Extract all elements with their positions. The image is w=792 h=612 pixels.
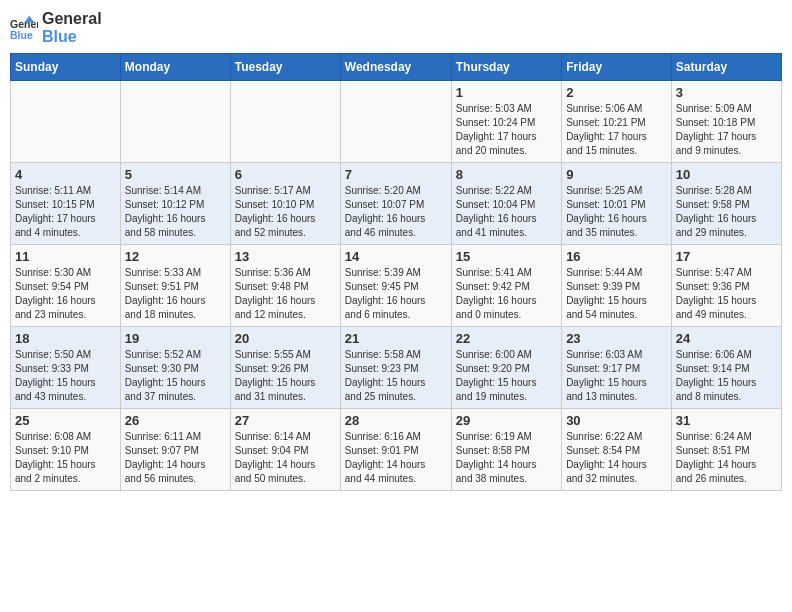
- calendar-cell: 10Sunrise: 5:28 AM Sunset: 9:58 PM Dayli…: [671, 163, 781, 245]
- header-row: SundayMondayTuesdayWednesdayThursdayFrid…: [11, 54, 782, 81]
- day-info: Sunrise: 6:14 AM Sunset: 9:04 PM Dayligh…: [235, 430, 336, 486]
- calendar-cell: 8Sunrise: 5:22 AM Sunset: 10:04 PM Dayli…: [451, 163, 561, 245]
- day-info: Sunrise: 5:28 AM Sunset: 9:58 PM Dayligh…: [676, 184, 777, 240]
- day-info: Sunrise: 5:39 AM Sunset: 9:45 PM Dayligh…: [345, 266, 447, 322]
- calendar-cell: 20Sunrise: 5:55 AM Sunset: 9:26 PM Dayli…: [230, 327, 340, 409]
- day-info: Sunrise: 6:11 AM Sunset: 9:07 PM Dayligh…: [125, 430, 226, 486]
- calendar-row: 4Sunrise: 5:11 AM Sunset: 10:15 PM Dayli…: [11, 163, 782, 245]
- day-number: 2: [566, 85, 667, 100]
- day-number: 15: [456, 249, 557, 264]
- calendar-cell: 3Sunrise: 5:09 AM Sunset: 10:18 PM Dayli…: [671, 81, 781, 163]
- day-info: Sunrise: 6:00 AM Sunset: 9:20 PM Dayligh…: [456, 348, 557, 404]
- day-info: Sunrise: 5:03 AM Sunset: 10:24 PM Daylig…: [456, 102, 557, 158]
- day-number: 24: [676, 331, 777, 346]
- calendar-cell: 9Sunrise: 5:25 AM Sunset: 10:01 PM Dayli…: [562, 163, 672, 245]
- calendar-row: 11Sunrise: 5:30 AM Sunset: 9:54 PM Dayli…: [11, 245, 782, 327]
- day-info: Sunrise: 5:11 AM Sunset: 10:15 PM Daylig…: [15, 184, 116, 240]
- calendar-cell: 12Sunrise: 5:33 AM Sunset: 9:51 PM Dayli…: [120, 245, 230, 327]
- day-number: 18: [15, 331, 116, 346]
- day-info: Sunrise: 5:41 AM Sunset: 9:42 PM Dayligh…: [456, 266, 557, 322]
- calendar-cell: 17Sunrise: 5:47 AM Sunset: 9:36 PM Dayli…: [671, 245, 781, 327]
- day-number: 12: [125, 249, 226, 264]
- calendar-cell: [340, 81, 451, 163]
- day-number: 30: [566, 413, 667, 428]
- calendar-cell: 26Sunrise: 6:11 AM Sunset: 9:07 PM Dayli…: [120, 409, 230, 491]
- day-info: Sunrise: 6:06 AM Sunset: 9:14 PM Dayligh…: [676, 348, 777, 404]
- header-day: Tuesday: [230, 54, 340, 81]
- calendar-row: 1Sunrise: 5:03 AM Sunset: 10:24 PM Dayli…: [11, 81, 782, 163]
- calendar-row: 25Sunrise: 6:08 AM Sunset: 9:10 PM Dayli…: [11, 409, 782, 491]
- day-info: Sunrise: 5:09 AM Sunset: 10:18 PM Daylig…: [676, 102, 777, 158]
- day-number: 3: [676, 85, 777, 100]
- calendar-cell: 19Sunrise: 5:52 AM Sunset: 9:30 PM Dayli…: [120, 327, 230, 409]
- calendar-cell: 24Sunrise: 6:06 AM Sunset: 9:14 PM Dayli…: [671, 327, 781, 409]
- day-number: 21: [345, 331, 447, 346]
- calendar-cell: 5Sunrise: 5:14 AM Sunset: 10:12 PM Dayli…: [120, 163, 230, 245]
- day-info: Sunrise: 5:36 AM Sunset: 9:48 PM Dayligh…: [235, 266, 336, 322]
- day-number: 28: [345, 413, 447, 428]
- header-day: Thursday: [451, 54, 561, 81]
- calendar-cell: 21Sunrise: 5:58 AM Sunset: 9:23 PM Dayli…: [340, 327, 451, 409]
- day-info: Sunrise: 6:03 AM Sunset: 9:17 PM Dayligh…: [566, 348, 667, 404]
- calendar-cell: 2Sunrise: 5:06 AM Sunset: 10:21 PM Dayli…: [562, 81, 672, 163]
- page-header: General Blue General Blue: [10, 10, 782, 45]
- header-day: Wednesday: [340, 54, 451, 81]
- calendar-cell: 11Sunrise: 5:30 AM Sunset: 9:54 PM Dayli…: [11, 245, 121, 327]
- day-info: Sunrise: 5:58 AM Sunset: 9:23 PM Dayligh…: [345, 348, 447, 404]
- day-info: Sunrise: 5:44 AM Sunset: 9:39 PM Dayligh…: [566, 266, 667, 322]
- calendar-cell: 30Sunrise: 6:22 AM Sunset: 8:54 PM Dayli…: [562, 409, 672, 491]
- calendar-cell: 28Sunrise: 6:16 AM Sunset: 9:01 PM Dayli…: [340, 409, 451, 491]
- calendar-table: SundayMondayTuesdayWednesdayThursdayFrid…: [10, 53, 782, 491]
- calendar-cell: 16Sunrise: 5:44 AM Sunset: 9:39 PM Dayli…: [562, 245, 672, 327]
- header-day: Monday: [120, 54, 230, 81]
- day-number: 1: [456, 85, 557, 100]
- calendar-cell: 31Sunrise: 6:24 AM Sunset: 8:51 PM Dayli…: [671, 409, 781, 491]
- day-info: Sunrise: 5:30 AM Sunset: 9:54 PM Dayligh…: [15, 266, 116, 322]
- day-info: Sunrise: 5:22 AM Sunset: 10:04 PM Daylig…: [456, 184, 557, 240]
- day-number: 4: [15, 167, 116, 182]
- day-number: 7: [345, 167, 447, 182]
- calendar-cell: 4Sunrise: 5:11 AM Sunset: 10:15 PM Dayli…: [11, 163, 121, 245]
- day-info: Sunrise: 6:24 AM Sunset: 8:51 PM Dayligh…: [676, 430, 777, 486]
- calendar-cell: 6Sunrise: 5:17 AM Sunset: 10:10 PM Dayli…: [230, 163, 340, 245]
- day-number: 11: [15, 249, 116, 264]
- day-info: Sunrise: 5:14 AM Sunset: 10:12 PM Daylig…: [125, 184, 226, 240]
- logo-icon: General Blue: [10, 14, 38, 42]
- day-info: Sunrise: 6:22 AM Sunset: 8:54 PM Dayligh…: [566, 430, 667, 486]
- calendar-cell: [11, 81, 121, 163]
- day-info: Sunrise: 5:25 AM Sunset: 10:01 PM Daylig…: [566, 184, 667, 240]
- day-number: 26: [125, 413, 226, 428]
- day-number: 6: [235, 167, 336, 182]
- day-number: 13: [235, 249, 336, 264]
- header-day: Saturday: [671, 54, 781, 81]
- calendar-cell: 25Sunrise: 6:08 AM Sunset: 9:10 PM Dayli…: [11, 409, 121, 491]
- header-day: Sunday: [11, 54, 121, 81]
- calendar-cell: 14Sunrise: 5:39 AM Sunset: 9:45 PM Dayli…: [340, 245, 451, 327]
- day-info: Sunrise: 5:55 AM Sunset: 9:26 PM Dayligh…: [235, 348, 336, 404]
- day-info: Sunrise: 5:20 AM Sunset: 10:07 PM Daylig…: [345, 184, 447, 240]
- day-number: 22: [456, 331, 557, 346]
- day-info: Sunrise: 5:47 AM Sunset: 9:36 PM Dayligh…: [676, 266, 777, 322]
- day-number: 9: [566, 167, 667, 182]
- day-info: Sunrise: 6:16 AM Sunset: 9:01 PM Dayligh…: [345, 430, 447, 486]
- calendar-cell: 15Sunrise: 5:41 AM Sunset: 9:42 PM Dayli…: [451, 245, 561, 327]
- day-number: 5: [125, 167, 226, 182]
- calendar-cell: 18Sunrise: 5:50 AM Sunset: 9:33 PM Dayli…: [11, 327, 121, 409]
- day-number: 31: [676, 413, 777, 428]
- calendar-cell: 27Sunrise: 6:14 AM Sunset: 9:04 PM Dayli…: [230, 409, 340, 491]
- day-number: 20: [235, 331, 336, 346]
- calendar-cell: 7Sunrise: 5:20 AM Sunset: 10:07 PM Dayli…: [340, 163, 451, 245]
- day-number: 10: [676, 167, 777, 182]
- calendar-cell: 22Sunrise: 6:00 AM Sunset: 9:20 PM Dayli…: [451, 327, 561, 409]
- calendar-cell: 1Sunrise: 5:03 AM Sunset: 10:24 PM Dayli…: [451, 81, 561, 163]
- day-number: 16: [566, 249, 667, 264]
- day-info: Sunrise: 6:19 AM Sunset: 8:58 PM Dayligh…: [456, 430, 557, 486]
- day-info: Sunrise: 5:50 AM Sunset: 9:33 PM Dayligh…: [15, 348, 116, 404]
- day-info: Sunrise: 5:06 AM Sunset: 10:21 PM Daylig…: [566, 102, 667, 158]
- calendar-cell: 23Sunrise: 6:03 AM Sunset: 9:17 PM Dayli…: [562, 327, 672, 409]
- day-number: 8: [456, 167, 557, 182]
- calendar-cell: [230, 81, 340, 163]
- header-day: Friday: [562, 54, 672, 81]
- calendar-cell: 29Sunrise: 6:19 AM Sunset: 8:58 PM Dayli…: [451, 409, 561, 491]
- calendar-row: 18Sunrise: 5:50 AM Sunset: 9:33 PM Dayli…: [11, 327, 782, 409]
